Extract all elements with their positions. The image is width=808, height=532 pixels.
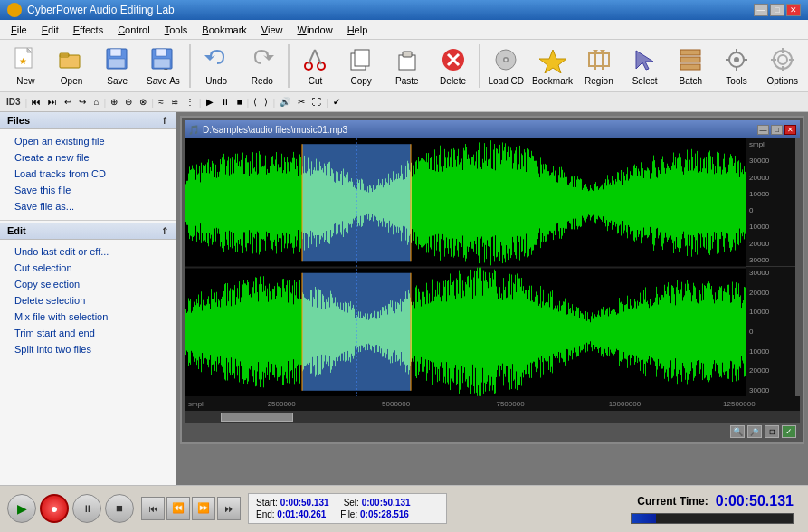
id3-btn-6[interactable]: ⊕ <box>108 96 120 108</box>
record-button[interactable]: ● <box>40 494 69 523</box>
close-button[interactable]: ✕ <box>786 4 801 16</box>
edit-header[interactable]: Edit ⇑ <box>0 223 176 240</box>
id3-btn-15[interactable]: ⟨ <box>251 96 260 108</box>
files-header[interactable]: Files ⇑ <box>0 112 176 129</box>
fast-forward-btn[interactable]: ⏩ <box>192 497 215 520</box>
undo-button[interactable]: Undo <box>195 43 239 90</box>
id3-label[interactable]: ID3 <box>4 96 24 108</box>
region-button[interactable]: Region <box>577 43 622 90</box>
menu-effects[interactable]: Effects <box>66 23 110 37</box>
tools-button[interactable]: Tools <box>715 43 759 90</box>
main-area: Files ⇑ Open an existing file Create a n… <box>0 112 808 485</box>
menu-view[interactable]: View <box>254 23 290 37</box>
open-existing-item[interactable]: Open an existing file <box>0 133 176 149</box>
file-value: 0:05:28.516 <box>360 509 409 519</box>
id3-btn-2[interactable]: ⏭ <box>45 96 60 108</box>
svg-rect-18 <box>355 50 369 66</box>
waveform-canvas[interactable] <box>185 138 746 396</box>
check-btn[interactable]: ✓ <box>782 425 796 438</box>
saveas-button[interactable]: + Save As <box>141 43 185 90</box>
id3-btn-19[interactable]: ⛶ <box>309 96 324 108</box>
menu-edit[interactable]: Edit <box>34 23 66 37</box>
mix-file-item[interactable]: Mix file with selection <box>0 309 176 325</box>
id3-btn-18[interactable]: ✂ <box>295 96 308 108</box>
maximize-button[interactable]: □ <box>770 4 784 16</box>
load-tracks-item[interactable]: Load tracks from CD <box>0 166 176 182</box>
redo-button[interactable]: Redo <box>240 43 284 90</box>
menu-file[interactable]: File <box>4 23 34 37</box>
id3-btn-10[interactable]: ≋ <box>168 96 181 108</box>
id3-btn-3[interactable]: ↩ <box>62 96 74 108</box>
h-scrollbar-thumb[interactable] <box>221 413 293 422</box>
id3-btn-20[interactable]: ✔ <box>330 96 343 108</box>
scale-label-20k: 20000 <box>749 174 792 182</box>
waveform-minimize-btn[interactable]: — <box>757 125 769 135</box>
open-button[interactable]: Open <box>50 43 94 90</box>
cut-button[interactable]: Cut <box>293 43 337 90</box>
svg-rect-10 <box>156 49 166 56</box>
scale-top: smpl 30000 20000 10000 0 10000 20000 300… <box>746 138 795 267</box>
cut-selection-item[interactable]: Cut selection <box>0 260 176 276</box>
prev-track-btn[interactable]: ⏮ <box>141 497 165 520</box>
id3-btn-13[interactable]: ⏸ <box>218 96 233 108</box>
id3-btn-12[interactable]: ▶ <box>204 96 216 108</box>
pause-button[interactable]: ⏸ <box>72 494 101 523</box>
save-file-as-item[interactable]: Save file as... <box>0 198 176 214</box>
menu-control[interactable]: Control <box>110 23 157 37</box>
id3-btn-9[interactable]: ≈ <box>156 96 166 108</box>
id3-btn-8[interactable]: ⊗ <box>137 96 149 108</box>
h-scrollbar[interactable] <box>185 411 800 423</box>
waveform-maximize-btn[interactable]: □ <box>771 125 783 135</box>
id3-btn-17[interactable]: 🔊 <box>277 96 293 108</box>
id3-btn-14[interactable]: ■ <box>234 96 245 108</box>
fit-btn[interactable]: ⊡ <box>765 425 779 438</box>
delete-button[interactable]: Delete <box>431 43 475 90</box>
select-button[interactable]: Select <box>623 43 667 90</box>
delete-selection-item[interactable]: Delete selection <box>0 292 176 309</box>
undo-item[interactable]: Undo last edit or eff... <box>0 243 176 260</box>
window-controls: — □ ✕ <box>754 4 801 16</box>
files-header-text: Files <box>7 115 161 126</box>
bookmark-button[interactable]: Bookmark <box>530 43 575 90</box>
id3-btn-16[interactable]: ⟩ <box>261 96 271 108</box>
split-two-files-item[interactable]: Split into two files <box>0 341 176 357</box>
waveform-window-controls: — □ ✕ <box>757 125 796 135</box>
menu-tools[interactable]: Tools <box>157 23 195 37</box>
save-file-item[interactable]: Save this file <box>0 182 176 198</box>
menu-help[interactable]: Help <box>340 23 375 37</box>
ruler-10000k: 10000000 <box>567 400 681 408</box>
new-button[interactable]: ★ New <box>4 43 48 90</box>
zoom-out-btn[interactable]: 🔎 <box>747 425 762 438</box>
id3-btn-5[interactable]: ⌂ <box>90 96 101 108</box>
menu-bookmark[interactable]: Bookmark <box>195 23 254 37</box>
stop-button[interactable]: ■ <box>105 494 134 523</box>
saveas-icon: + <box>148 45 177 74</box>
next-track-btn[interactable]: ⏭ <box>217 497 241 520</box>
trim-start-item[interactable]: Trim start and end <box>0 325 176 341</box>
paste-button[interactable]: Paste <box>385 43 430 90</box>
id3-btn-4[interactable]: ↪ <box>76 96 89 108</box>
waveform-close-btn[interactable]: ✕ <box>784 125 796 135</box>
rewind-btn[interactable]: ⏪ <box>166 497 190 520</box>
options-button[interactable]: Options <box>760 43 804 90</box>
save-button[interactable]: Save <box>95 43 139 90</box>
id3-btn-11[interactable]: ⋮ <box>183 96 197 108</box>
scale-label-0: 0 <box>749 206 792 214</box>
tools-icon <box>722 45 751 74</box>
zoom-in-btn[interactable]: 🔍 <box>730 425 745 438</box>
waveform-audio-icon: 🎵 <box>188 125 199 135</box>
copy-button[interactable]: Copy <box>339 43 384 90</box>
batch-button[interactable]: Batch <box>669 43 713 90</box>
id3-btn-7[interactable]: ⊖ <box>122 96 135 108</box>
minimize-button[interactable]: — <box>754 4 768 16</box>
edit-collapse-icon: ⇑ <box>161 226 168 236</box>
menu-window[interactable]: Window <box>290 23 340 37</box>
time-row-1: Start: 0:00:50.131 Sel: 0:00:50.131 <box>256 498 439 508</box>
id3-btn-1[interactable]: ⏮ <box>29 96 43 108</box>
create-new-item[interactable]: Create a new file <box>0 149 176 166</box>
loadcd-button[interactable]: Load CD <box>484 43 528 90</box>
waveform-titlebar: 🎵 D:\samples\audio files\music01.mp3 — □… <box>185 120 800 138</box>
play-button[interactable]: ▶ <box>7 494 36 523</box>
copy-selection-item[interactable]: Copy selection <box>0 276 176 292</box>
scale-label-10k3: 10000 <box>749 308 792 316</box>
